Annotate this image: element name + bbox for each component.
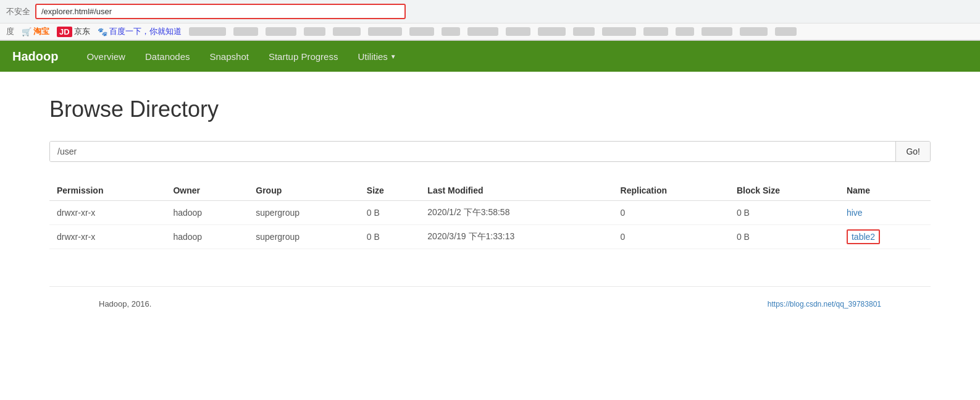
table-header-row: Permission Owner Group Size Last Modifie…: [49, 181, 931, 201]
address-bar-row: 不安全: [0, 0, 980, 23]
name-link-table2[interactable]: table2: [847, 229, 880, 244]
nav-item-datanodes: Datanodes: [135, 43, 200, 70]
cell-permission: drwxr-xr-x: [49, 225, 165, 249]
utilities-label: Utilities: [358, 51, 387, 62]
nav-link-utilities[interactable]: Utilities ▼: [348, 43, 406, 70]
bookmark-taobao[interactable]: 🛒 淘宝: [22, 26, 49, 37]
navbar: Hadoop Overview Datanodes Snapshot Start…: [0, 41, 980, 72]
table-body: drwxr-xr-x hadoop supergroup 0 B 2020/1/…: [49, 201, 931, 249]
address-input[interactable]: [35, 4, 406, 19]
blurred-bookmark-4: [304, 27, 325, 36]
footer: Hadoop, 2016. https://blog.csdn.net/qq_3…: [49, 286, 931, 321]
table-row: drwxr-xr-x hadoop supergroup 0 B 2020/1/…: [49, 201, 931, 225]
dropdown-arrow-icon: ▼: [390, 53, 396, 60]
col-last-modified: Last Modified: [420, 181, 613, 201]
col-name: Name: [839, 181, 931, 201]
blurred-bookmark-15: [676, 27, 694, 36]
go-button[interactable]: Go!: [895, 142, 930, 161]
bookmark-jd[interactable]: JD 京东: [57, 26, 90, 37]
blurred-bookmark-7: [409, 27, 434, 36]
page-title: Browse Directory: [49, 96, 931, 122]
blurred-bookmark-18: [775, 27, 797, 36]
navbar-brand[interactable]: Hadoop: [12, 49, 58, 64]
blurred-bookmark-6: [368, 27, 402, 36]
name-link-hive[interactable]: hive: [847, 208, 863, 218]
blurred-bookmark-8: [442, 27, 460, 36]
blurred-bookmark-14: [643, 27, 668, 36]
cell-group: supergroup: [248, 225, 359, 249]
cell-replication: 0: [613, 225, 729, 249]
cell-name: table2: [839, 225, 931, 249]
path-input[interactable]: [50, 142, 895, 161]
blurred-bookmark-11: [538, 27, 566, 36]
table-header: Permission Owner Group Size Last Modifie…: [49, 181, 931, 201]
col-permission: Permission: [49, 181, 165, 201]
bookmark-degree: 度: [6, 26, 14, 37]
blurred-bookmark-12: [573, 27, 595, 36]
blurred-bookmark-3: [266, 27, 296, 36]
path-row: Go!: [49, 141, 931, 162]
bookmarks-bar: 度 🛒 淘宝 JD 京东 🐾 百度一下，你就知道: [0, 23, 980, 40]
bookmark-baidu[interactable]: 🐾 百度一下，你就知道: [98, 26, 182, 37]
cell-name: hive: [839, 201, 931, 225]
footer-copyright: Hadoop, 2016.: [99, 299, 151, 309]
nav-item-utilities: Utilities ▼: [348, 43, 406, 70]
blurred-bookmark-5: [333, 27, 361, 36]
blurred-bookmark-9: [467, 27, 498, 36]
cell-last-modified: 2020/3/19 下午1:33:13: [420, 225, 613, 249]
cell-size: 0 B: [359, 225, 420, 249]
col-owner: Owner: [165, 181, 248, 201]
nav-link-snapshot[interactable]: Snapshot: [200, 43, 259, 70]
address-bar[interactable]: [35, 4, 406, 19]
col-replication: Replication: [613, 181, 729, 201]
cell-block-size: 0 B: [729, 225, 839, 249]
nav-link-datanodes[interactable]: Datanodes: [135, 43, 200, 70]
blurred-bookmark-16: [701, 27, 732, 36]
col-block-size: Block Size: [729, 181, 839, 201]
nav-item-startup-progress: Startup Progress: [259, 43, 348, 70]
blurred-bookmark-2: [233, 27, 258, 36]
nav-item-snapshot: Snapshot: [200, 43, 259, 70]
navbar-nav: Overview Datanodes Snapshot Startup Prog…: [77, 43, 406, 70]
nav-link-overview[interactable]: Overview: [77, 43, 135, 70]
cell-owner: hadoop: [165, 225, 248, 249]
cell-group: supergroup: [248, 201, 359, 225]
blurred-bookmark-1: [189, 27, 226, 36]
insecure-icon: 不安全: [6, 6, 30, 17]
cell-replication: 0: [613, 201, 729, 225]
cell-block-size: 0 B: [729, 201, 839, 225]
cell-size: 0 B: [359, 201, 420, 225]
main-content: Browse Directory Go! Permission Owner Gr…: [0, 72, 980, 381]
cell-last-modified: 2020/1/2 下午3:58:58: [420, 201, 613, 225]
table-row: drwxr-xr-x hadoop supergroup 0 B 2020/3/…: [49, 225, 931, 249]
blurred-bookmark-10: [506, 27, 530, 36]
directory-table: Permission Owner Group Size Last Modifie…: [49, 181, 931, 249]
blurred-bookmark-13: [602, 27, 636, 36]
nav-link-startup-progress[interactable]: Startup Progress: [259, 43, 348, 70]
footer-link: https://blog.csdn.net/qq_39783801: [768, 300, 881, 309]
nav-item-overview: Overview: [77, 43, 135, 70]
cell-owner: hadoop: [165, 201, 248, 225]
blurred-bookmark-17: [740, 27, 768, 36]
cell-permission: drwxr-xr-x: [49, 201, 165, 225]
browser-chrome: 不安全 度 🛒 淘宝 JD 京东 🐾 百度一下，你就知道: [0, 0, 980, 41]
col-group: Group: [248, 181, 359, 201]
col-size: Size: [359, 181, 420, 201]
